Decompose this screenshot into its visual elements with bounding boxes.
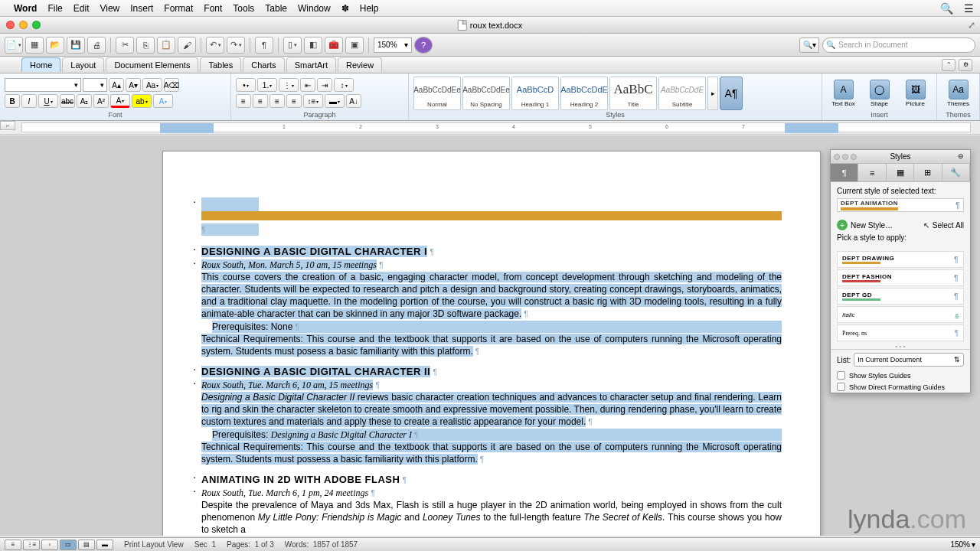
menu-tools[interactable]: Tools	[233, 3, 254, 14]
ribbon-options-button[interactable]: ⚙	[959, 59, 972, 71]
new-style-button[interactable]: New Style…	[851, 221, 893, 230]
app-name[interactable]: Word	[14, 3, 37, 14]
tab-document-elements[interactable]: Document Elements	[106, 57, 198, 72]
zoom-selector[interactable]: 150%▾	[374, 37, 412, 53]
window-close-button[interactable]	[6, 21, 15, 29]
view-outline-button[interactable]: ⋮≡	[23, 540, 40, 550]
paste-button[interactable]: 📋	[157, 37, 175, 54]
insert-textbox-button[interactable]: AText Box	[827, 80, 860, 107]
sp-tab-show[interactable]: ▦	[887, 164, 914, 181]
style-entry-fashion[interactable]: DEPT FASHION¶	[837, 269, 964, 286]
media-button[interactable]: ▣	[345, 37, 364, 54]
sp-tab-tools[interactable]: 🔧	[942, 164, 970, 181]
styles-panel-titlebar[interactable]: Styles ⊖	[831, 150, 970, 164]
view-print-layout-button[interactable]: ▭	[60, 540, 77, 550]
zoom-indicator[interactable]: 150%▾	[950, 540, 975, 549]
sp-tab-mgr[interactable]: ⊞	[914, 164, 942, 181]
document-area[interactable]: ¶ DESIGNING A BASIC DIGITAL CHARACTER I …	[0, 135, 980, 536]
select-all-button[interactable]: Select All	[933, 221, 964, 230]
show-direct-formatting-checkbox[interactable]: Show Direct Formatting Guides	[831, 381, 970, 393]
tab-layout[interactable]: Layout	[62, 57, 104, 72]
menu-view[interactable]: View	[100, 3, 119, 14]
show-all-button[interactable]: ¶	[255, 37, 273, 54]
new-style-icon[interactable]: +	[837, 220, 848, 230]
line-spacing-button[interactable]: ↕≡	[303, 94, 323, 108]
numbering-button[interactable]: 1.	[257, 78, 277, 92]
style-no-spacing[interactable]: AaBbCcDdEeNo Spacing	[462, 77, 510, 110]
search-scope-dropdown[interactable]: 🔍▾	[799, 37, 819, 53]
view-draft-button[interactable]: ≡	[5, 540, 21, 550]
style-entry-gd[interactable]: DEPT GD¶	[837, 288, 964, 305]
style-normal[interactable]: AaBbCcDdEeNormal	[413, 77, 461, 110]
sp-tab-para[interactable]: ¶	[831, 164, 858, 181]
styles-panel[interactable]: Styles ⊖ ¶ ≡ ▦ ⊞ 🔧 Current style of sele…	[830, 149, 971, 393]
undo-button[interactable]: ↶	[206, 37, 224, 54]
select-all-pointer-icon[interactable]: ↖	[923, 221, 929, 230]
bullets-button[interactable]: •	[236, 78, 256, 92]
menu-format[interactable]: Format	[164, 3, 193, 14]
insert-picture-button[interactable]: 🖼Picture	[899, 80, 932, 107]
style-list[interactable]: DEPT DRAWING¶ DEPT FASHION¶ DEPT GD¶ Ita…	[831, 249, 970, 349]
spotlight-icon[interactable]: 🔍	[940, 2, 953, 15]
sp-tab-list[interactable]: ≡	[858, 164, 886, 181]
decrease-indent-button[interactable]: ⇤	[300, 78, 315, 92]
new-document-button[interactable]: 📄	[5, 37, 23, 54]
style-entry-prereq[interactable]: Prereq. ns¶	[837, 324, 964, 341]
ribbon-collapse-button[interactable]: ⌃	[942, 59, 956, 71]
highlight-button[interactable]: ab	[132, 94, 152, 108]
font-color-button[interactable]: A	[110, 94, 130, 108]
horizontal-ruler[interactable]: ⌐ 1 2 3 4 5 6 7	[0, 121, 980, 135]
justify-button[interactable]: ≡	[286, 94, 302, 108]
align-center-button[interactable]: ≡	[253, 94, 268, 108]
shading-button[interactable]: ▬	[325, 94, 345, 108]
fullscreen-icon[interactable]: ⤢	[968, 20, 975, 31]
view-publishing-button[interactable]: ▫	[41, 540, 58, 550]
open-button[interactable]: 📂	[46, 37, 64, 54]
insert-shape-button[interactable]: ◯Shape	[863, 80, 896, 107]
style-heading2[interactable]: AaBbCcDdEHeading 2	[560, 77, 608, 110]
bold-button[interactable]: B	[5, 94, 20, 108]
styles-panel-close-icon[interactable]: ⊖	[958, 152, 967, 161]
format-painter-button[interactable]: 🖌	[178, 37, 196, 54]
view-focus-button[interactable]: ▬	[96, 540, 113, 550]
menu-window[interactable]: Window	[298, 3, 331, 14]
tab-review[interactable]: Review	[338, 57, 382, 72]
menu-script[interactable]: ✽	[341, 3, 349, 14]
style-entry-italic[interactable]: Italica	[837, 306, 964, 323]
shrink-font-button[interactable]: A▾	[126, 78, 141, 92]
tab-home[interactable]: Home	[21, 57, 60, 72]
align-left-button[interactable]: ≡	[236, 94, 251, 108]
help-button[interactable]: ?	[414, 37, 433, 54]
word-count[interactable]: 1857 of 1857	[313, 540, 358, 549]
font-name-selector[interactable]: ▾	[5, 78, 81, 92]
underline-button[interactable]: U	[38, 94, 58, 108]
styles-pane-button[interactable]: A¶	[720, 77, 743, 110]
grow-font-button[interactable]: A▴	[109, 78, 124, 92]
font-size-selector[interactable]: ▾	[83, 78, 107, 92]
style-heading1[interactable]: AaBbCcDHeading 1	[511, 77, 559, 110]
change-case-button[interactable]: Aa	[142, 78, 162, 92]
menu-file[interactable]: File	[47, 3, 62, 14]
print-button[interactable]: 🖨	[87, 37, 106, 54]
cut-button[interactable]: ✂	[116, 37, 134, 54]
window-zoom-button[interactable]	[32, 21, 41, 29]
styles-more-button[interactable]: ▸	[707, 77, 718, 110]
tab-selector[interactable]: ⌐	[0, 121, 15, 130]
list-filter-dropdown[interactable]: In Current Document⇅	[854, 353, 964, 367]
style-title[interactable]: AaBbCTitle	[609, 77, 657, 110]
redo-button[interactable]: ↷	[227, 37, 245, 54]
text-effects-button[interactable]: A	[153, 94, 173, 108]
increase-indent-button[interactable]: ⇥	[317, 78, 332, 92]
menu-insert[interactable]: Insert	[130, 3, 153, 14]
window-minimize-button[interactable]	[19, 21, 28, 29]
tab-charts[interactable]: Charts	[243, 57, 284, 72]
search-input[interactable]: Search in Document	[822, 37, 975, 53]
notification-center-icon[interactable]: ☰	[964, 2, 974, 15]
strikethrough-button[interactable]: abc	[60, 94, 75, 108]
align-right-button[interactable]: ≡	[270, 94, 285, 108]
superscript-button[interactable]: A²	[93, 94, 109, 108]
multilevel-button[interactable]: ⋮	[279, 78, 299, 92]
themes-button[interactable]: AaThemes	[942, 80, 975, 107]
tab-smartart[interactable]: SmartArt	[286, 57, 336, 72]
sidebar-button[interactable]: ◧	[304, 37, 322, 54]
